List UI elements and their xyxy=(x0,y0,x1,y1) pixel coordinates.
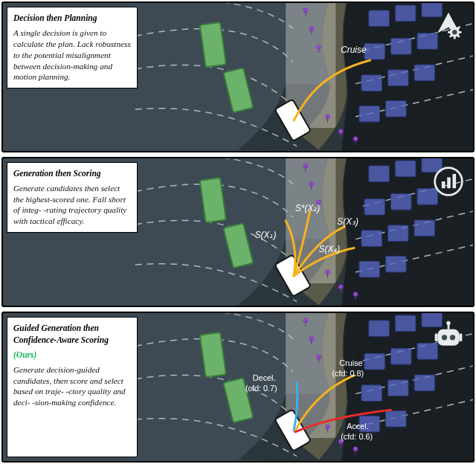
svg-rect-38 xyxy=(437,329,459,346)
svg-rect-44 xyxy=(460,334,463,342)
svg-rect-35 xyxy=(442,181,446,188)
svg-point-33 xyxy=(452,30,457,34)
panel-desc: Generate candidates then select the high… xyxy=(13,183,131,227)
label-cruise-cfd: (cfd: 0.8) xyxy=(332,369,364,378)
caption-box: Generation then Scoring Generate candida… xyxy=(7,162,138,233)
compass-gear-icon xyxy=(431,9,466,43)
svg-rect-36 xyxy=(447,177,451,188)
label-decel: Decel. xyxy=(253,373,276,382)
panel-title: Generation then Scoring xyxy=(13,168,131,179)
svg-rect-43 xyxy=(435,334,438,342)
svg-point-40 xyxy=(450,335,455,341)
caption-box: Decision then Planning A single decision… xyxy=(7,7,138,88)
label-s4: S(X₄) xyxy=(319,244,341,254)
label-s2: S*(X₂) xyxy=(295,203,320,213)
label-s3: S(X₃) xyxy=(337,216,358,227)
svg-point-39 xyxy=(442,335,447,341)
label-decel-cfd: (cfd: 0.7) xyxy=(245,384,277,393)
label-s1: S(X₁) xyxy=(255,229,277,239)
panel-desc: A single decision is given to calculate … xyxy=(13,28,131,83)
panel-desc: Generate decision-guided candidates, the… xyxy=(13,364,131,408)
panel-decision-then-planning: Cruise Decision then Planning A single d… xyxy=(1,1,475,152)
label-accel-cfd: (cfd: 0.6) xyxy=(341,432,373,441)
panel-generation-then-scoring: S(X₁) S*(X₂) S(X₃) S(X₄) Generation then… xyxy=(1,157,475,308)
label-cruise: Cruise xyxy=(339,358,362,367)
bar-chart-icon xyxy=(431,164,466,199)
caption-box: Guided Generation then Confidence-Aware … xyxy=(7,317,138,457)
panel-subtitle: (Ours) xyxy=(13,349,131,361)
svg-rect-37 xyxy=(453,174,457,188)
panel-title: Guided Generation then Confidence-Aware … xyxy=(13,323,131,345)
svg-point-42 xyxy=(446,321,451,326)
robot-icon xyxy=(431,319,466,353)
label-cruise: Cruise xyxy=(341,45,367,55)
label-accel: Accel. xyxy=(347,422,369,431)
panel-title: Decision then Planning xyxy=(13,13,131,24)
panel-guided-generation-ours: Decel. (cfd: 0.7) Cruise (cfd: 0.8) Acce… xyxy=(1,312,475,463)
